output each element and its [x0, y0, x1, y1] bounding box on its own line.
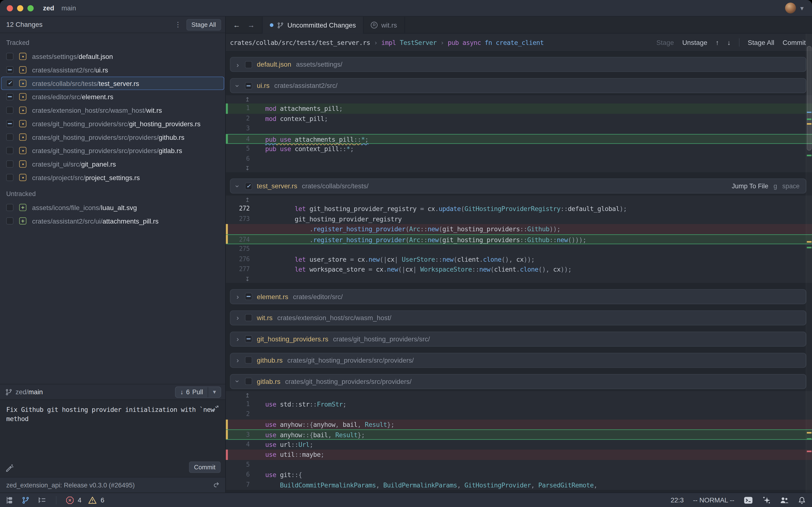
chevron-down-icon[interactable]: ▼ — [799, 5, 805, 11]
stage-all-button[interactable]: Stage All — [748, 39, 774, 46]
diff-section-header[interactable]: ›gitlab.rscrates/git_hosting_providers/s… — [230, 374, 806, 389]
breadcrumb[interactable]: crates/collab/src/tests/test_server.rs ›… — [230, 39, 544, 46]
collab-panel-icon[interactable] — [780, 496, 789, 504]
pull-dropdown-button[interactable]: ▼ — [208, 387, 220, 397]
file-row[interactable]: crates/git_hosting_providers/src/provide… — [0, 130, 225, 144]
file-checkbox[interactable] — [6, 204, 13, 211]
expand-commit-editor-icon[interactable] — [212, 405, 219, 412]
diagnostics-summary[interactable]: 4 6 — [66, 496, 104, 504]
expand-section-icon[interactable]: › — [235, 61, 240, 68]
diff-section-header[interactable]: ›ui.rscrates/assistant2/src/ — [230, 78, 806, 93]
diff-section-header[interactable]: ›git_hosting_providers.rscrates/git_host… — [230, 332, 806, 346]
file-checkbox[interactable] — [6, 174, 13, 181]
commit-button[interactable]: Commit — [189, 461, 220, 473]
file-checkbox[interactable] — [6, 147, 13, 154]
project-panel-icon[interactable] — [5, 496, 13, 504]
expand-section-icon[interactable]: › — [235, 356, 240, 363]
file-row[interactable]: crates/extension_host/src/wasm_host/wit.… — [0, 104, 225, 117]
next-hunk-icon[interactable]: ↓ — [727, 39, 730, 46]
user-avatar[interactable] — [785, 3, 796, 13]
file-checkbox[interactable] — [245, 82, 252, 89]
file-row[interactable]: assets/settings/default.json — [0, 50, 225, 63]
project-name[interactable]: zed — [43, 4, 54, 12]
file-checkbox[interactable]: ✓ — [6, 80, 13, 87]
nav-back-icon[interactable]: ← — [233, 21, 240, 29]
commit-message-editor[interactable]: Fix Github git hosting provider initiali… — [0, 399, 225, 477]
file-checkbox[interactable] — [245, 61, 252, 68]
diff-section-header[interactable]: ›element.rscrates/editor/src/ — [230, 289, 806, 304]
close-window-button[interactable] — [7, 5, 13, 11]
file-checkbox[interactable] — [6, 66, 13, 73]
scrollbar-thumb[interactable] — [807, 46, 812, 151]
cursor-position[interactable]: 22:3 — [671, 496, 684, 504]
file-checkbox[interactable] — [245, 293, 252, 300]
file-checkbox[interactable] — [6, 107, 13, 114]
diff-section-header[interactable]: ›wit.rscrates/extension_host/src/wasm_ho… — [230, 310, 806, 325]
pull-button[interactable]: ↓6Pull ▼ — [175, 386, 221, 398]
file-checkbox[interactable] — [6, 120, 13, 127]
scrollbar-diff-mark — [807, 241, 812, 243]
jump-to-file-label[interactable]: Jump To File — [732, 182, 768, 189]
file-row[interactable]: ✓crates/collab/src/tests/test_server.rs — [1, 76, 224, 90]
file-checkbox[interactable] — [6, 217, 13, 225]
expand-up-icon[interactable]: ↥ — [245, 196, 250, 203]
prev-hunk-icon[interactable]: ↑ — [716, 39, 719, 46]
git-panel-icon[interactable] — [22, 496, 30, 504]
file-checkbox[interactable] — [245, 335, 252, 343]
file-row[interactable]: +crates/assistant2/src/ui/attachments_pi… — [0, 214, 225, 228]
tab-uncommitted-changes[interactable]: Uncommitted Changes — [262, 17, 364, 34]
file-checkbox[interactable] — [6, 160, 13, 168]
file-row[interactable]: crates/git_hosting_providers/src/provide… — [0, 144, 225, 157]
commit-message-text[interactable]: Fix Github git hosting provider initiali… — [6, 405, 220, 424]
undo-commit-icon[interactable] — [212, 481, 220, 489]
expand-down-icon[interactable]: ↧ — [245, 276, 250, 282]
file-checkbox[interactable] — [6, 133, 13, 141]
collapse-section-icon[interactable]: › — [234, 183, 242, 188]
expand-up-icon[interactable]: ↥ — [245, 392, 250, 399]
expand-up-icon[interactable]: ↥ — [245, 96, 250, 103]
nav-forward-icon[interactable]: → — [248, 21, 255, 29]
panel-menu-icon[interactable]: ⋮ — [174, 21, 182, 29]
file-row[interactable]: crates/project/src/project_settings.rs — [0, 171, 225, 184]
file-checkbox[interactable] — [245, 314, 252, 321]
diff-section-header[interactable]: ›default.jsonassets/settings/ — [230, 57, 806, 72]
branch-selector[interactable]: main — [28, 388, 43, 396]
diff-section-header[interactable]: ›github.rscrates/git_hosting_providers/s… — [230, 352, 806, 368]
assistant-panel-icon[interactable] — [762, 496, 770, 504]
expand-section-icon[interactable]: › — [235, 293, 240, 300]
file-checkbox[interactable] — [6, 93, 13, 101]
expand-section-icon[interactable]: › — [235, 314, 240, 321]
minimize-window-button[interactable] — [17, 5, 23, 11]
stage-button[interactable]: Stage — [656, 39, 674, 46]
file-row[interactable]: crates/assistant2/src/ui.rs — [0, 63, 225, 76]
file-checkbox[interactable] — [245, 356, 252, 363]
zoom-window-button[interactable] — [28, 5, 34, 11]
repo-name[interactable]: zed/ — [15, 388, 28, 396]
file-row[interactable]: +assets/icons/file_icons/luau_alt.svg — [0, 201, 225, 214]
generate-commit-message-icon[interactable] — [5, 463, 13, 472]
file-row[interactable]: crates/git_hosting_providers/src/git_hos… — [0, 117, 225, 130]
panel-stage-all-button[interactable]: Stage All — [186, 19, 221, 30]
expand-section-icon[interactable]: › — [235, 335, 240, 343]
file-path: assets/settings/default.json — [32, 53, 113, 60]
tab-wit-rs[interactable]: R wit.rs — [364, 17, 405, 33]
jump-to-file[interactable]: Jump To Filegspace — [732, 182, 800, 189]
file-row[interactable]: crates/editor/src/element.rs — [0, 90, 225, 104]
file-checkbox[interactable] — [6, 53, 13, 60]
editor-scrollbar[interactable] — [806, 34, 812, 493]
file-checkbox[interactable]: ✓ — [245, 182, 252, 189]
file-dir: crates/project/src/ — [32, 174, 85, 181]
terminal-panel-icon[interactable] — [744, 496, 753, 504]
commit-action-button[interactable]: Commit — [782, 39, 806, 46]
diff-section-header[interactable]: ›✓test_server.rscrates/collab/src/tests/… — [230, 178, 806, 193]
outline-panel-icon[interactable] — [38, 496, 46, 504]
expand-down-icon[interactable]: ↧ — [245, 165, 250, 172]
unstage-button[interactable]: Unstage — [682, 39, 707, 46]
collapse-section-icon[interactable]: › — [234, 83, 242, 88]
titlebar-branch-name[interactable]: main — [61, 4, 76, 12]
collapse-section-icon[interactable]: › — [234, 379, 242, 384]
notifications-bell-icon[interactable] — [798, 496, 806, 504]
file-row[interactable]: crates/git_ui/src/git_panel.rs — [0, 157, 225, 171]
last-commit-message[interactable]: zed_extension_api: Release v0.3.0 (#2649… — [6, 482, 135, 489]
file-checkbox[interactable] — [245, 378, 252, 385]
